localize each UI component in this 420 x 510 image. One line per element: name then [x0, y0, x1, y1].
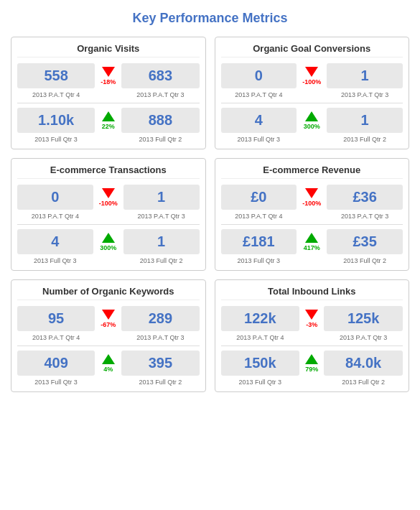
top-right-value: 1	[327, 63, 403, 88]
top-left-value: 95	[17, 306, 95, 331]
bottom-arrow-icon	[305, 111, 318, 121]
bottom-left-label: 2013 Full Qtr 3	[221, 379, 300, 386]
top-arrow-icon	[305, 67, 318, 77]
bottom-pct: 417%	[304, 244, 320, 251]
bottom-right-label: 2013 Full Qtr 2	[123, 257, 200, 264]
top-right-value: £36	[327, 185, 403, 210]
top-arrow-cell: -18%	[98, 67, 118, 85]
top-right-label: 2013 P.A.T Qtr 3	[123, 213, 200, 220]
card-title: Number of Organic Keywords	[17, 286, 200, 300]
top-pct: -100%	[302, 78, 321, 85]
top-arrow-icon	[102, 310, 115, 320]
top-pct: -100%	[302, 200, 321, 207]
top-right-label: 2013 P.A.T Qtr 3	[121, 91, 199, 98]
top-right-label: 2013 P.A.T Qtr 3	[324, 334, 403, 341]
top-left-label: 2013 P.A.T Qtr 4	[221, 334, 300, 341]
card-title: Organic Visits	[17, 43, 200, 57]
bottom-arrow-cell: 79%	[302, 354, 321, 373]
top-right-label: 2013 P.A.T Qtr 3	[121, 334, 199, 341]
bottom-pct: 300%	[304, 123, 320, 130]
top-pct: -67%	[101, 321, 116, 328]
top-left-value: £0	[221, 185, 297, 210]
bottom-left-value: 1.10k	[17, 108, 95, 133]
bottom-left-value: 4	[221, 108, 297, 133]
top-right-value: 125k	[324, 306, 403, 331]
bottom-left-label: 2013 Full Qtr 3	[17, 136, 95, 143]
bottom-right-value: £35	[327, 229, 403, 254]
bottom-right-value: 888	[121, 108, 199, 133]
top-right-label: 2013 P.A.T Qtr 3	[327, 91, 403, 98]
bottom-pct: 4%	[103, 366, 113, 373]
top-arrow-icon	[102, 67, 115, 77]
page-title: Key Performance Metrics	[11, 11, 409, 26]
bottom-left-value: 150k	[221, 351, 300, 376]
bottom-right-label: 2013 Full Qtr 2	[327, 136, 403, 143]
card-ecommerce-revenue: E-commerce Revenue £0 -100% £36 2013 P.A…	[215, 158, 410, 271]
bottom-arrow-icon	[102, 233, 115, 243]
card-title: Total Inbound Links	[221, 286, 403, 300]
top-right-label: 2013 P.A.T Qtr 3	[327, 213, 403, 220]
card-organic-keywords: Number of Organic Keywords 95 -67% 289 2…	[11, 279, 206, 392]
metrics-grid: Organic Visits 558 -18% 683 2013 P.A.T Q…	[11, 37, 409, 392]
bottom-right-label: 2013 Full Qtr 2	[121, 379, 199, 386]
bottom-arrow-icon	[102, 354, 115, 364]
bottom-left-label: 2013 Full Qtr 3	[17, 257, 93, 264]
top-right-value: 289	[121, 306, 199, 331]
bottom-arrow-cell: 417%	[299, 233, 324, 251]
bottom-right-value: 84.0k	[324, 351, 403, 376]
bottom-right-label: 2013 Full Qtr 2	[324, 379, 403, 386]
bottom-arrow-icon	[102, 111, 115, 121]
top-right-value: 683	[121, 63, 199, 88]
top-arrow-icon	[305, 310, 318, 320]
bottom-arrow-cell: 4%	[98, 354, 118, 373]
bottom-pct: 300%	[100, 244, 116, 251]
top-left-label: 2013 P.A.T Qtr 4	[17, 91, 95, 98]
card-title: Organic Goal Conversions	[221, 43, 403, 57]
card-organic-visits: Organic Visits 558 -18% 683 2013 P.A.T Q…	[11, 37, 206, 149]
top-left-label: 2013 P.A.T Qtr 4	[17, 334, 95, 341]
top-arrow-cell: -100%	[299, 67, 324, 85]
top-arrow-cell: -100%	[96, 188, 121, 207]
card-inbound-links: Total Inbound Links 122k -3% 125k 2013 P…	[215, 279, 410, 392]
card-organic-goal-conversions: Organic Goal Conversions 0 -100% 1 2013 …	[215, 37, 410, 149]
bottom-pct: 22%	[102, 123, 115, 130]
card-title: E-commerce Transactions	[17, 164, 200, 179]
bottom-left-value: 409	[17, 351, 95, 376]
bottom-left-label: 2013 Full Qtr 3	[17, 379, 95, 386]
top-right-value: 1	[123, 185, 200, 210]
bottom-arrow-icon	[305, 233, 318, 243]
bottom-left-value: 4	[17, 229, 93, 254]
top-arrow-cell: -100%	[299, 188, 324, 207]
top-left-value: 122k	[221, 306, 300, 331]
bottom-right-value: 395	[121, 351, 199, 376]
top-left-label: 2013 P.A.T Qtr 4	[221, 91, 297, 98]
top-arrow-icon	[102, 188, 115, 198]
bottom-arrow-icon	[305, 354, 318, 364]
bottom-right-label: 2013 Full Qtr 2	[327, 257, 403, 264]
bottom-arrow-cell: 300%	[299, 111, 324, 130]
top-arrow-cell: -67%	[98, 310, 118, 328]
bottom-arrow-cell: 300%	[96, 233, 121, 251]
bottom-pct: 79%	[305, 366, 318, 373]
top-arrow-icon	[305, 188, 318, 198]
top-left-label: 2013 P.A.T Qtr 4	[17, 213, 93, 220]
top-arrow-cell: -3%	[302, 310, 321, 328]
bottom-right-value: 1	[123, 229, 200, 254]
bottom-left-label: 2013 Full Qtr 3	[221, 136, 297, 143]
bottom-arrow-cell: 22%	[98, 111, 118, 130]
bottom-left-label: 2013 Full Qtr 3	[221, 257, 297, 264]
top-pct: -18%	[101, 78, 116, 85]
top-pct: -100%	[99, 200, 118, 207]
top-left-label: 2013 P.A.T Qtr 4	[221, 213, 297, 220]
card-ecommerce-transactions: E-commerce Transactions 0 -100% 1 2013 P…	[11, 158, 206, 271]
bottom-right-value: 1	[327, 108, 403, 133]
bottom-right-label: 2013 Full Qtr 2	[121, 136, 199, 143]
card-title: E-commerce Revenue	[221, 164, 403, 179]
top-left-value: 558	[17, 63, 95, 88]
top-left-value: 0	[17, 185, 93, 210]
top-pct: -3%	[306, 321, 317, 328]
bottom-left-value: £181	[221, 229, 297, 254]
top-left-value: 0	[221, 63, 297, 88]
